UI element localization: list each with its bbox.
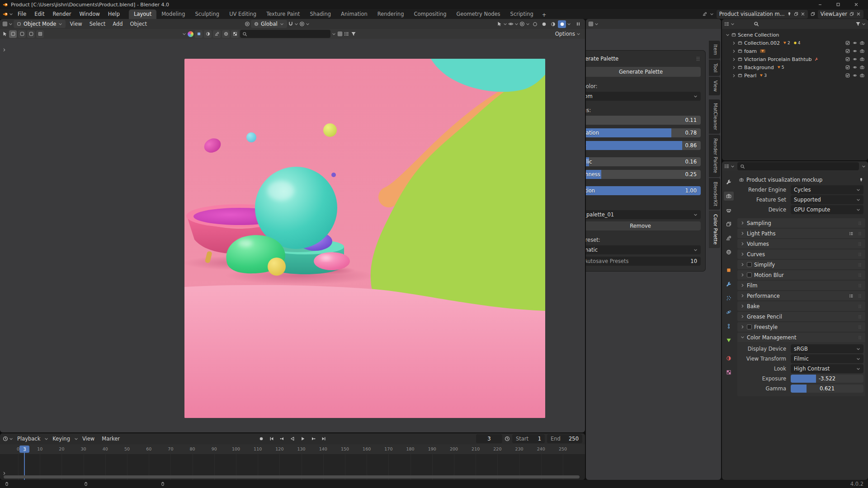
add-workspace-button[interactable]: + [538, 11, 550, 19]
workspace-tab-texture-paint[interactable]: Texture Paint [261, 9, 305, 19]
disable-render-camera-icon[interactable] [860, 73, 864, 78]
asset-type-model-icon[interactable] [195, 30, 203, 38]
menu-render[interactable]: Render [49, 9, 75, 19]
viewport-3d[interactable]: Object Mode View Select Add Object Globa… [0, 19, 585, 432]
view-layer-selector[interactable]: ViewLayer [818, 10, 863, 19]
max-autosave-field[interactable]: Max Autosave Presets 10 [586, 257, 701, 266]
workspace-tab-modeling[interactable]: Modeling [156, 9, 190, 19]
asset-type-material-icon[interactable] [204, 30, 212, 38]
chevron-right-icon[interactable] [732, 66, 736, 70]
workspace-tab-layout[interactable]: Layout [129, 9, 156, 19]
chevron-down-icon[interactable] [731, 22, 735, 26]
playhead-frame-pill[interactable]: 3 [19, 446, 29, 453]
blenderkit-search-input[interactable] [240, 30, 330, 38]
tab-physics-properties[interactable] [724, 308, 734, 317]
tab-view-layer-properties[interactable] [724, 220, 734, 229]
timeline-menu-playback[interactable]: Playback [14, 436, 43, 442]
chevron-down-icon[interactable] [294, 22, 298, 26]
feature-set-dropdown[interactable]: Supported [791, 195, 863, 204]
chevron-down-icon[interactable] [594, 22, 599, 26]
play-button[interactable] [298, 435, 307, 443]
minimize-button[interactable] [811, 0, 829, 9]
exclude-checkbox-icon[interactable] [845, 65, 850, 70]
chevron-down-icon[interactable] [9, 22, 13, 26]
tab-particle-properties[interactable] [724, 294, 734, 303]
rendered-viewport[interactable] [184, 59, 545, 418]
editor-type-icon[interactable] [724, 21, 730, 27]
snap-magnet-icon[interactable] [288, 21, 293, 27]
blenderkit-logo-icon[interactable] [188, 31, 193, 37]
drag-handle-icon[interactable] [695, 56, 701, 61]
menu-window[interactable]: Window [75, 9, 103, 19]
hue-slider[interactable]: Hue 0.11 [586, 116, 701, 125]
panel-header[interactable]: Generate Palette [586, 54, 701, 63]
shading-material-button[interactable] [549, 20, 557, 28]
select-mode-intersect-button[interactable] [36, 30, 44, 38]
asset-type-scene-icon[interactable] [213, 30, 221, 38]
select-mode-extend-button[interactable] [18, 30, 26, 38]
outliner-row-collection-002[interactable]: Collection.002 2 4 [722, 39, 868, 47]
active-tool-icon[interactable] [2, 31, 8, 37]
freestyle-checkbox[interactable] [747, 324, 752, 329]
workspace-tab-compositing[interactable]: Compositing [409, 9, 451, 19]
menu-file[interactable]: File [14, 9, 30, 19]
timeline-ruler[interactable]: 0102030405060708090100110120130140150160… [0, 444, 585, 454]
chevron-down-icon[interactable] [862, 164, 866, 169]
select-mode-subtract-button[interactable] [27, 30, 35, 38]
tab-world-properties[interactable] [724, 248, 734, 257]
previous-keyframe-button[interactable] [278, 435, 287, 443]
search-icon[interactable] [754, 21, 759, 27]
section-light-paths[interactable]: Light Paths [737, 229, 865, 238]
copy-icon[interactable] [794, 12, 798, 16]
device-dropdown[interactable]: GPU Compute [791, 205, 863, 214]
render-engine-dropdown[interactable]: Cycles [791, 185, 863, 194]
outliner-row-pearl[interactable]: Pearl 3 [722, 71, 868, 80]
overlays-icon[interactable] [519, 21, 525, 27]
view-layer-icon[interactable] [811, 12, 815, 16]
sidebar-tab-item[interactable]: Item [709, 41, 720, 59]
outliner-row-victorian-porcelain-bathtub[interactable]: Victorian Porcelain Bathtub [722, 55, 868, 63]
variation-slider[interactable]: Variation 1.00 [586, 186, 701, 195]
options-label[interactable]: Options [555, 31, 575, 37]
channel-expand-icon[interactable] [2, 471, 6, 475]
base-color-dropdown[interactable]: Random [586, 92, 701, 101]
viewport-side[interactable]: Item Tool View MatCleaner Render Palette… [586, 19, 721, 480]
chevron-down-icon[interactable] [332, 32, 336, 36]
sidebar-tab-color-palette[interactable]: Color Palette [709, 211, 720, 248]
chevron-down-icon[interactable] [503, 22, 507, 26]
disable-render-camera-icon[interactable] [860, 57, 864, 61]
tab-output-properties[interactable] [724, 206, 734, 215]
section-film[interactable]: Film [737, 281, 865, 290]
hide-viewport-eye-icon[interactable] [853, 49, 857, 53]
hide-viewport-eye-icon[interactable] [853, 65, 857, 70]
hide-viewport-eye-icon[interactable] [853, 41, 857, 45]
chevron-down-icon[interactable] [576, 32, 580, 36]
properties-search-input[interactable] [737, 162, 859, 170]
record-button[interactable] [257, 435, 266, 443]
show-gizmo-icon[interactable] [497, 21, 502, 27]
workspace-tab-rendering[interactable]: Rendering [373, 9, 409, 19]
hide-viewport-eye-icon[interactable] [853, 57, 857, 61]
chevron-right-icon[interactable] [732, 41, 736, 45]
tab-constraint-properties[interactable] [724, 322, 734, 331]
timeline-scrollbar[interactable] [4, 475, 580, 479]
editor-type-icon[interactable] [2, 21, 8, 27]
section-performance[interactable]: Performance [737, 291, 865, 300]
display-mode-icon[interactable] [337, 31, 343, 37]
shading-wireframe-button[interactable] [531, 20, 539, 28]
end-frame-field[interactable]: End 250 [547, 434, 582, 443]
close-icon[interactable] [856, 12, 861, 16]
start-frame-field[interactable]: Start 1 [512, 434, 545, 443]
chevron-right-icon[interactable] [732, 49, 736, 53]
viewport-menu-object[interactable]: Object [127, 21, 150, 27]
copy-icon[interactable] [849, 12, 854, 16]
sidebar-tab-matcleaner[interactable]: MatCleaner [709, 99, 720, 134]
disable-render-camera-icon[interactable] [860, 41, 864, 45]
section-volumes[interactable]: Volumes [737, 239, 865, 249]
workspace-tab-sculpting[interactable]: Sculpting [190, 9, 224, 19]
toolbar-expand-icon[interactable] [2, 48, 6, 52]
exclude-checkbox-icon[interactable] [845, 57, 850, 61]
transform-pivot-icon[interactable] [245, 21, 250, 27]
tab-scene-properties[interactable] [724, 234, 734, 243]
tab-modifier-properties[interactable] [724, 280, 734, 289]
